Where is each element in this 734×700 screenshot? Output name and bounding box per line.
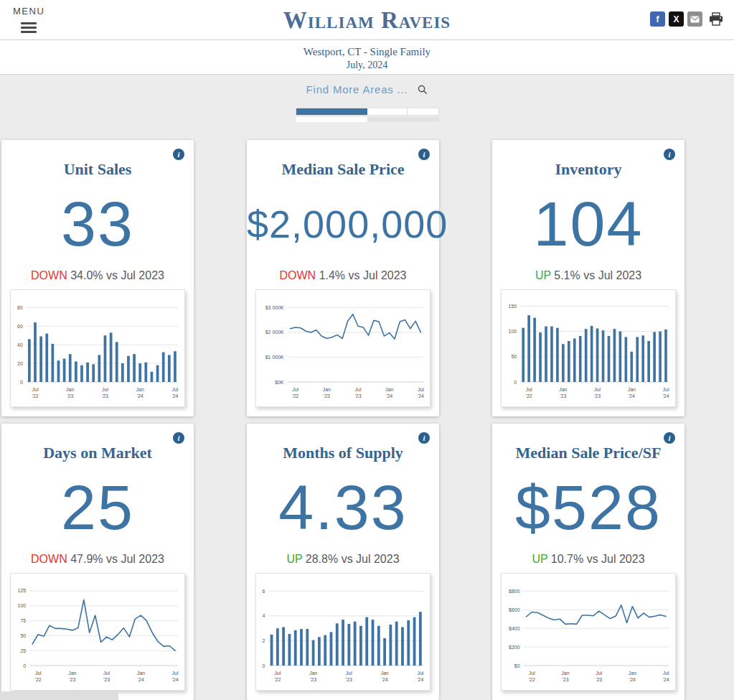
report-location: Westport, CT - Single Family <box>0 45 734 59</box>
card-change: DOWN 34.0% vs Jul 2023 <box>1 269 194 282</box>
trend-chart-panel: $0$200$400$600$800Jul'22Jan'23Jul'23Jan'… <box>501 573 676 691</box>
metric-card-median-sale-price: i Median Sale Price $2,000,000 DOWN 1.4%… <box>247 140 439 416</box>
email-share-button[interactable] <box>687 11 702 27</box>
svg-text:2: 2 <box>262 638 265 643</box>
svg-text:Jul'23: Jul'23 <box>102 387 108 398</box>
envelope-icon <box>690 16 700 23</box>
svg-text:50: 50 <box>20 633 26 638</box>
x-share-button[interactable]: X <box>669 11 684 27</box>
trend-chart: $0$200$400$600$800Jul'22Jan'23Jul'23Jan'… <box>502 575 674 689</box>
svg-text:20: 20 <box>17 361 23 366</box>
change-text: 5.1% vs Jul 2023 <box>554 269 641 281</box>
scrollbar-track[interactable] <box>296 117 439 122</box>
trend-chart: 050100150Jul'22Jan'23Jul'23Jan'24Jul'24 <box>502 291 674 405</box>
svg-text:Jan'23: Jan'23 <box>66 387 74 398</box>
card-title: Median Sale Price/SF <box>492 444 684 462</box>
card-change: DOWN 1.4% vs Jul 2023 <box>247 269 439 282</box>
info-icon[interactable]: i <box>418 432 430 444</box>
svg-text:Jan'24: Jan'24 <box>380 671 388 682</box>
metric-card-inventory: i Inventory 104 UP 5.1% vs Jul 2023 0501… <box>492 140 684 416</box>
svg-text:$0K: $0K <box>275 380 284 385</box>
report-period: July, 2024 <box>0 59 734 72</box>
svg-text:$0: $0 <box>514 663 520 668</box>
change-direction: DOWN <box>31 269 67 281</box>
card-title: Inventory <box>492 160 684 179</box>
svg-text:Jul'24: Jul'24 <box>171 671 178 682</box>
printer-icon <box>708 12 724 27</box>
facebook-share-button[interactable]: f <box>650 11 665 27</box>
svg-text:Jan'24: Jan'24 <box>137 671 145 682</box>
card-title: Unit Sales <box>1 160 194 179</box>
card-value: $528 <box>492 468 684 547</box>
share-toolbar: f X <box>650 11 724 27</box>
svg-text:Jul'22: Jul'22 <box>526 387 532 398</box>
trend-chart: 0246Jul'22Jan'23Jul'23Jan'24Jul'24 <box>257 575 429 689</box>
brand-word-1: William <box>283 7 375 33</box>
svg-text:Jul'23: Jul'23 <box>594 387 601 398</box>
card-change: UP 5.1% vs Jul 2023 <box>492 269 684 282</box>
svg-text:60: 60 <box>17 324 23 329</box>
svg-text:Jul'22: Jul'22 <box>292 387 298 398</box>
svg-text:0: 0 <box>262 663 265 668</box>
svg-text:$3 000K: $3 000K <box>265 305 284 310</box>
svg-text:Jul'23: Jul'23 <box>596 671 602 682</box>
trend-chart-panel: 0246Jul'22Jan'23Jul'23Jan'24Jul'24 <box>255 573 430 691</box>
svg-text:0: 0 <box>514 380 517 385</box>
info-icon[interactable]: i <box>173 149 184 160</box>
scrollbar-thumb[interactable] <box>296 117 367 122</box>
svg-text:125: 125 <box>18 588 27 593</box>
card-title: Days on Market <box>1 444 194 462</box>
trend-chart: $0K$1 000K$2 000K$3 000KJul'22Jan'23Jul'… <box>257 291 429 405</box>
svg-text:$200: $200 <box>509 645 520 650</box>
svg-text:Jan'24: Jan'24 <box>385 387 393 398</box>
page-indicator[interactable] <box>296 108 439 116</box>
svg-text:Jul'22: Jul'22 <box>529 671 535 682</box>
svg-text:Jan'23: Jan'23 <box>309 671 317 682</box>
svg-text:Jul'22: Jul'22 <box>274 671 281 682</box>
svg-text:Jul'22: Jul'22 <box>32 387 38 398</box>
svg-text:$800: $800 <box>509 589 520 594</box>
svg-text:0: 0 <box>20 380 23 385</box>
change-text: 1.4% vs Jul 2023 <box>319 269 407 281</box>
info-icon[interactable]: i <box>418 149 430 160</box>
find-more-areas-button[interactable]: Find More Areas ... <box>306 83 428 95</box>
brand-logo: William Raveis <box>0 7 734 34</box>
metric-card-days-on-market: i Days on Market 25 DOWN 47.9% vs Jul 20… <box>1 424 194 700</box>
svg-text:Jul'23: Jul'23 <box>354 387 361 398</box>
trend-chart: 0255075100125Jul'22Jan'23Jul'23Jan'24Jul… <box>11 575 184 689</box>
svg-text:6: 6 <box>262 589 265 594</box>
card-change: UP 28.8% vs Jul 2023 <box>247 553 439 566</box>
search-area: Find More Areas ... <box>0 75 734 140</box>
svg-text:$1 000K: $1 000K <box>265 355 284 360</box>
svg-text:Jul'24: Jul'24 <box>418 387 424 398</box>
change-text: 10.7% vs Jul 2023 <box>551 553 645 565</box>
metric-card-median-sale-price-sf: i Median Sale Price/SF $528 UP 10.7% vs … <box>492 424 684 700</box>
svg-text:Jul'23: Jul'23 <box>103 671 110 682</box>
brand-word-2: Raveis <box>381 7 451 33</box>
change-text: 34.0% vs Jul 2023 <box>70 269 164 281</box>
info-icon[interactable]: i <box>664 149 675 160</box>
svg-text:Jul'24: Jul'24 <box>663 671 669 682</box>
svg-text:Jul'24: Jul'24 <box>662 387 669 398</box>
info-icon[interactable]: i <box>664 432 675 444</box>
metric-cards-grid: i Unit Sales 33 DOWN 34.0% vs Jul 2023 0… <box>1 140 734 700</box>
svg-text:Jan'24: Jan'24 <box>629 671 636 682</box>
svg-text:40: 40 <box>17 342 23 347</box>
change-direction: UP <box>535 269 551 281</box>
print-button[interactable] <box>708 12 724 27</box>
svg-text:4: 4 <box>262 613 265 618</box>
svg-text:Jul'22: Jul'22 <box>35 671 42 682</box>
carousel-progress <box>296 108 439 122</box>
page-indicator-divider <box>407 108 408 115</box>
card-value: 33 <box>1 185 194 263</box>
info-icon[interactable]: i <box>173 432 184 444</box>
svg-text:75: 75 <box>20 618 26 623</box>
change-text: 28.8% vs Jul 2023 <box>306 553 400 565</box>
svg-text:100: 100 <box>18 603 27 608</box>
trend-chart-panel: 050100150Jul'22Jan'23Jul'23Jan'24Jul'24 <box>501 289 676 407</box>
metric-card-months-of-supply: i Months of Supply 4.33 UP 28.8% vs Jul … <box>247 424 439 700</box>
card-title: Months of Supply <box>247 444 439 462</box>
metric-card-unit-sales: i Unit Sales 33 DOWN 34.0% vs Jul 2023 0… <box>1 140 194 416</box>
svg-text:Jan'23: Jan'23 <box>323 387 331 398</box>
card-value: 4.33 <box>247 468 439 547</box>
